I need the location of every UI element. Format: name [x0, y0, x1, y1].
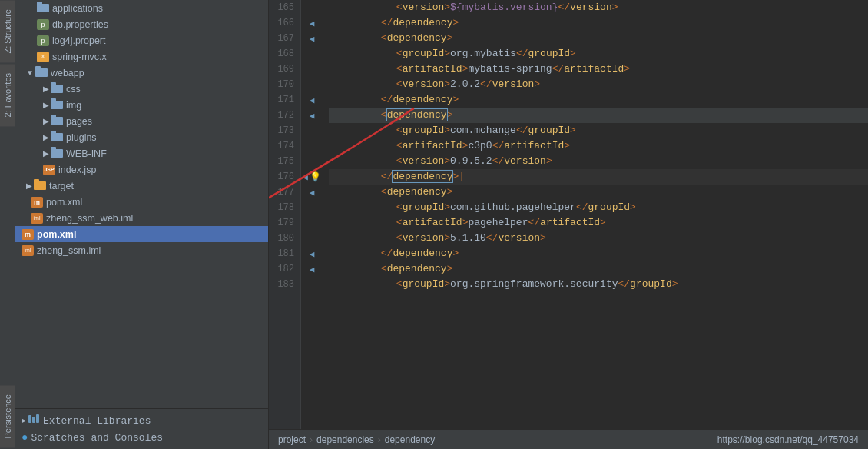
folder-icon	[51, 115, 63, 128]
file-label: img	[66, 100, 81, 111]
scratches-label: Scratches and Consoles	[31, 432, 163, 444]
folder-icon	[51, 82, 63, 95]
svg-rect-9	[51, 115, 56, 118]
code-line: </dependency>	[329, 246, 868, 261]
list-item[interactable]: iml zheng_ssm_web.iml	[15, 210, 268, 226]
file-label: plugins	[66, 132, 97, 143]
line-number: 168	[269, 46, 300, 62]
gutter-line: ◀ 💡	[301, 169, 323, 185]
file-label: applications	[52, 3, 103, 14]
file-label: zheng_ssm_web.iml	[46, 213, 133, 224]
svg-rect-5	[51, 82, 56, 86]
list-item[interactable]: p log4j.propert	[15, 32, 268, 48]
gutter-line	[301, 0, 323, 15]
favorites-tab[interactable]: 2: Favorites	[0, 64, 15, 126]
gutter-line	[301, 46, 323, 62]
svg-rect-17	[32, 417, 35, 423]
bulb-icon[interactable]: 💡	[310, 171, 321, 183]
list-item[interactable]: applications	[15, 0, 268, 16]
libs-icon	[28, 414, 40, 427]
folder-icon	[51, 131, 63, 144]
line-number: 180	[269, 231, 300, 246]
gutter-line	[301, 215, 323, 231]
arrow-right-icon: ▶	[43, 133, 49, 141]
list-item[interactable]: ▶ WEB-INF	[15, 145, 268, 161]
list-item[interactable]: ▶ css	[15, 81, 268, 97]
gutter-line	[301, 77, 323, 92]
fold-icon[interactable]: ◀	[310, 188, 315, 198]
svg-rect-11	[51, 131, 56, 135]
line-number: 183	[269, 277, 300, 292]
file-icon: p	[37, 35, 49, 46]
list-item[interactable]: X spring-mvc.x	[15, 48, 268, 65]
fold-icon[interactable]: ◀	[310, 95, 315, 105]
code-line: <groupId>com.mchange</groupId>	[329, 123, 868, 138]
fold-icon[interactable]: ◀	[310, 249, 315, 259]
editor-content[interactable]: 165 166 167 168 169 170 171 172 173 174 …	[269, 0, 868, 429]
gutter-line: ◀	[301, 31, 323, 46]
file-icon: iml	[31, 213, 43, 224]
external-libraries-label: External Libraries	[43, 415, 151, 427]
list-item[interactable]: ▼ webapp	[15, 65, 268, 81]
line-number: 173	[269, 123, 300, 138]
gutter-line	[301, 277, 323, 292]
line-number: 169	[269, 62, 300, 77]
list-item[interactable]: p db.properties	[15, 16, 268, 32]
list-item[interactable]: iml zheng_ssm.iml	[15, 242, 268, 258]
code-line: </dependency>	[329, 92, 868, 108]
line-number: 166	[269, 15, 300, 31]
scratches-item[interactable]: ● Scratches and Consoles	[15, 429, 268, 446]
gutter-line	[301, 231, 323, 246]
file-icon: p	[37, 19, 49, 30]
fold-icon[interactable]: ◀	[310, 264, 315, 274]
arrow-right-icon: ▶	[43, 85, 49, 93]
gutter-line: ◀	[301, 92, 323, 108]
file-icon: JSP	[43, 165, 55, 175]
arrow-right-icon: ▶	[43, 149, 49, 158]
gutter-line: ◀	[301, 246, 323, 261]
svg-rect-13	[51, 147, 56, 151]
list-item[interactable]: ▶ pages	[15, 113, 268, 129]
selected-file-item[interactable]: m pom.xml	[15, 226, 268, 242]
folder-orange-icon	[34, 179, 46, 192]
fold-icon[interactable]: ◀	[310, 111, 315, 121]
status-bar: project › dependencies › dependency http…	[269, 429, 868, 449]
gutter-line	[301, 154, 323, 169]
arrow-right-icon: ▶	[43, 101, 49, 109]
folder-icon	[51, 147, 63, 160]
list-item[interactable]: JSP index.jsp	[15, 161, 268, 178]
file-label: WEB-INF	[66, 148, 107, 159]
code-line: <groupId>org.mybatis</groupId>	[329, 46, 868, 62]
gutter-area: ◀ ◀ ◀ ◀	[301, 0, 323, 429]
file-label: pom.xml	[46, 197, 82, 208]
external-libraries-item[interactable]: ▶ External Libraries	[15, 412, 268, 429]
scratches-icon: ●	[22, 431, 28, 444]
fold-icon[interactable]: ◀	[303, 172, 308, 182]
file-icon: X	[37, 52, 49, 62]
file-icon: m	[31, 197, 43, 208]
arrow-right-icon: ▶	[43, 117, 49, 125]
persistence-tab[interactable]: Persistence	[0, 385, 15, 447]
code-line: <version>5.1.10</version>	[329, 231, 868, 246]
list-item[interactable]: ▶ target	[15, 178, 268, 194]
line-number: 165	[269, 0, 300, 15]
file-label: webapp	[51, 68, 84, 78]
gutter-line: ◀	[301, 261, 323, 277]
breadcrumb-project: project	[278, 434, 306, 445]
code-line: <dependency>	[329, 108, 868, 123]
fold-icon[interactable]: ◀	[310, 18, 315, 28]
code-line: <dependency>	[329, 185, 868, 200]
line-number: 170	[269, 77, 300, 92]
code-editor[interactable]: <version>${mybatis.version}</version> </…	[323, 0, 868, 429]
svg-rect-7	[51, 98, 56, 102]
list-item[interactable]: m pom.xml	[15, 194, 268, 210]
structure-tab[interactable]: Z: Structure	[0, 0, 15, 62]
sidebar-bottom-section: ▶ External Libraries ● Scratches and Con…	[15, 408, 268, 449]
list-item[interactable]: ▶ img	[15, 97, 268, 113]
file-icon: iml	[22, 245, 34, 256]
list-item[interactable]: ▶ plugins	[15, 129, 268, 145]
file-label: zheng_ssm.iml	[37, 245, 101, 256]
file-label: target	[49, 181, 74, 191]
fold-icon[interactable]: ◀	[310, 34, 315, 44]
arrow-down-icon: ▼	[26, 68, 34, 77]
